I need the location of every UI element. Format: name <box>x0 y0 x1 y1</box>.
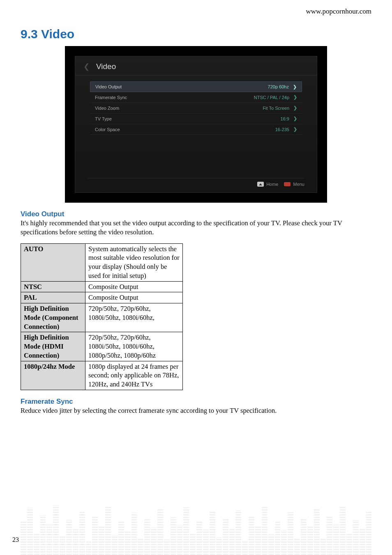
menu-row-framerate-sync[interactable]: Framerate Sync NTSC / PAL / 24p ❯ <box>90 92 302 103</box>
menu-label: Video Output <box>95 84 122 89</box>
menu-value: NTSC / PAL / 24p <box>254 95 289 100</box>
table-val: 720p/50hz, 720p/60hz, 1080i/50hz, 1080i/… <box>85 332 183 361</box>
page-number: 23 <box>12 536 19 543</box>
menu-row-video-zoom[interactable]: Video Zoom Fit To Screen ❯ <box>90 103 302 113</box>
subheading-framerate-sync: Framerate Sync <box>21 398 371 406</box>
table-key: PAL <box>21 292 85 303</box>
chevron-right-icon: ❯ <box>293 95 297 100</box>
footer-decor-icon <box>21 500 371 555</box>
menu-icon <box>284 182 291 186</box>
table-row: High Definition Mode (HDMI Connection) 7… <box>21 332 183 361</box>
chevron-right-icon: ❯ <box>293 127 297 132</box>
menu-label: Video Zoom <box>95 106 119 111</box>
footer-menu[interactable]: Menu <box>284 182 304 187</box>
menu-value: 720p 60hz <box>268 84 289 89</box>
table-row: NTSC Composite Output <box>21 281 183 292</box>
table-val: Composite Output <box>85 281 183 292</box>
menu-value-wrap: NTSC / PAL / 24p ❯ <box>254 95 297 100</box>
footer-menu-label: Menu <box>293 182 304 187</box>
screen-header: ❮ Video <box>75 56 317 76</box>
page-header-url: www.popcornhour.com <box>21 7 371 16</box>
device-screenshot: ❮ Video Video Output 720p 60hz ❯ Framera… <box>65 46 327 203</box>
table-key: AUTO <box>21 243 85 281</box>
screen-footer: Home Menu <box>88 178 304 187</box>
menu-label: TV Type <box>95 116 112 121</box>
back-icon[interactable]: ❮ <box>83 62 90 71</box>
table-row: High Definition Mode (Component Connecti… <box>21 303 183 332</box>
footer-home-label: Home <box>266 182 278 187</box>
para-framerate-sync: Reduce video jitter by selecting the cor… <box>21 406 371 415</box>
footer-home[interactable]: Home <box>257 182 278 187</box>
table-val: 1080p displayed at 24 frames per second;… <box>85 361 183 390</box>
home-icon <box>257 182 264 187</box>
menu-value-wrap: 16-235 ❯ <box>275 127 297 132</box>
subheading-video-output: Video Output <box>21 210 371 218</box>
menu-label: Color Space <box>95 127 120 132</box>
para-video-output: It's highly recommended that you set the… <box>21 219 371 237</box>
device-screen-inner: ❮ Video Video Output 720p 60hz ❯ Framera… <box>75 56 317 193</box>
menu-row-color-space[interactable]: Color Space 16-235 ❯ <box>90 124 302 135</box>
menu-value: 16:9 <box>281 116 289 121</box>
table-row: AUTO System automatically selects the mo… <box>21 243 183 281</box>
settings-menu-list: Video Output 720p 60hz ❯ Framerate Sync … <box>75 76 317 135</box>
table-key: High Definition Mode (Component Connecti… <box>21 303 85 332</box>
menu-label: Framerate Sync <box>95 95 127 100</box>
device-screen-frame: ❮ Video Video Output 720p 60hz ❯ Framera… <box>65 46 327 203</box>
chevron-right-icon: ❯ <box>293 84 297 90</box>
table-key: High Definition Mode (HDMI Connection) <box>21 332 85 361</box>
menu-row-video-output[interactable]: Video Output 720p 60hz ❯ <box>90 81 302 92</box>
menu-value: Fit To Screen <box>263 106 289 111</box>
menu-value-wrap: 16:9 ❯ <box>281 116 297 121</box>
menu-value-wrap: 720p 60hz ❯ <box>268 84 297 90</box>
menu-value-wrap: Fit To Screen ❯ <box>263 105 297 111</box>
video-output-table: AUTO System automatically selects the mo… <box>21 243 183 390</box>
menu-value: 16-235 <box>275 127 289 132</box>
table-row: 1080p/24hz Mode 1080p displayed at 24 fr… <box>21 361 183 390</box>
table-val: 720p/50hz, 720p/60hz, 1080i/50hz, 1080i/… <box>85 303 183 332</box>
table-key: NTSC <box>21 281 85 292</box>
table-val: System automatically selects the most su… <box>85 243 183 281</box>
table-val: Composite Output <box>85 292 183 303</box>
menu-row-tv-type[interactable]: TV Type 16:9 ❯ <box>90 113 302 124</box>
section-title: 9.3 Video <box>21 27 371 41</box>
chevron-right-icon: ❯ <box>293 116 297 121</box>
table-row: PAL Composite Output <box>21 292 183 303</box>
screen-title: Video <box>96 62 116 71</box>
table-key: 1080p/24hz Mode <box>21 361 85 390</box>
chevron-right-icon: ❯ <box>293 105 297 111</box>
